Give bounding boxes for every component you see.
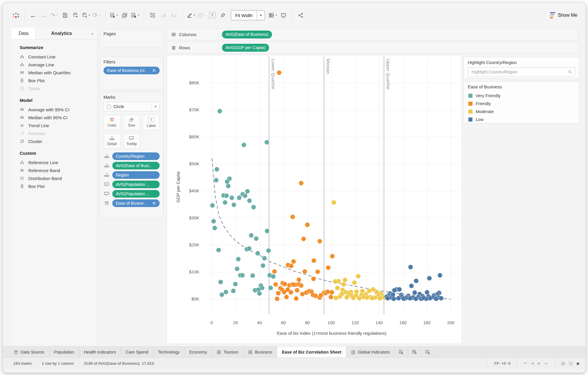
data-point[interactable] [262, 256, 267, 261]
data-point[interactable] [231, 202, 236, 207]
data-point[interactable] [396, 296, 401, 301]
show-cards-button[interactable]: ▼ [268, 9, 278, 21]
rows-shelf[interactable]: Rows AVG(GDP per Capita) [167, 42, 579, 53]
sheet-tab[interactable]: Data Source [9, 347, 49, 358]
share-button[interactable] [296, 9, 306, 21]
data-point[interactable] [247, 198, 252, 203]
mark-pill[interactable]: Ease of Busine.. [112, 199, 160, 207]
data-point[interactable] [413, 296, 418, 301]
mark-pill[interactable]: Region [112, 171, 160, 179]
analytics-item[interactable]: Reference Line [11, 159, 97, 167]
tab-data[interactable]: Data [11, 28, 36, 39]
data-point[interactable] [329, 290, 334, 295]
data-point[interactable] [251, 205, 256, 210]
data-point[interactable] [344, 295, 349, 300]
mark-pill[interactable]: AVG(Population .. [112, 181, 160, 188]
data-point[interactable] [357, 296, 362, 301]
data-point[interactable] [265, 228, 270, 233]
data-point[interactable] [288, 290, 293, 295]
data-point[interactable] [282, 290, 287, 295]
sheet-tab[interactable]: Business [243, 347, 277, 358]
text-label-button[interactable]: T [207, 9, 217, 21]
analytics-item[interactable]: Average with 95% CI [11, 106, 97, 114]
sheet-tab[interactable]: Technology [153, 347, 184, 358]
data-point[interactable] [255, 251, 260, 256]
mark-button-size[interactable]: Size [123, 115, 140, 130]
data-point[interactable] [311, 258, 316, 263]
pause-updates-button[interactable]: ▼ [81, 9, 91, 21]
clear-sheet-button[interactable]: ▼ [130, 9, 140, 21]
data-point[interactable] [390, 292, 395, 297]
columns-pill[interactable]: AVG(Ease of Business) [222, 31, 272, 38]
data-point[interactable] [223, 290, 228, 295]
data-point[interactable] [412, 290, 417, 295]
data-point[interactable] [217, 109, 222, 114]
data-point[interactable] [233, 282, 238, 287]
analytics-item[interactable]: Distribution Band [11, 174, 97, 182]
legend-item[interactable]: Friendly [468, 100, 575, 107]
data-point[interactable] [223, 200, 228, 205]
show-me-button[interactable]: Show Me [550, 12, 577, 19]
sheet-tab[interactable]: Global Indicators [346, 347, 395, 358]
analytics-item[interactable]: Median with 95% CI [11, 114, 97, 122]
data-point[interactable] [401, 296, 406, 301]
data-point[interactable] [315, 269, 320, 274]
data-point[interactable] [434, 296, 439, 301]
mark-button-detail[interactable]: Detail [103, 133, 121, 149]
mark-type-dropdown[interactable]: Circle ▼ [103, 102, 160, 111]
data-point[interactable] [333, 279, 338, 284]
new-worksheet-button[interactable]: ▼ [109, 9, 119, 21]
new-dashboard-button[interactable] [408, 347, 421, 358]
sheet-tab[interactable]: Ease of Biz Correlation Sheet [277, 347, 346, 358]
analytics-item[interactable]: Cluster [11, 137, 97, 145]
data-point[interactable] [294, 296, 299, 301]
data-point[interactable] [302, 269, 307, 274]
refresh-button[interactable]: ⟳▼ [92, 9, 102, 21]
scatter-plot[interactable]: Lower QuartileMedianUpper Quartile [203, 56, 460, 314]
fit-width-dropdown[interactable]: Fit Width▼ [231, 10, 265, 20]
data-point[interactable] [331, 200, 336, 205]
collapse-panel-icon[interactable]: ‹ [87, 28, 97, 39]
data-point[interactable] [408, 265, 413, 270]
data-point[interactable] [352, 280, 357, 285]
last-page-icon[interactable]: ⏭ [545, 361, 548, 365]
analytics-item[interactable]: Constant Line [11, 53, 97, 61]
analytics-item[interactable]: Median with Quartiles [11, 69, 97, 77]
grid-view-icon[interactable]: ▦ [561, 361, 565, 366]
data-point[interactable] [229, 195, 234, 200]
sheet-tab[interactable]: Tourism [212, 347, 243, 358]
columns-shelf[interactable]: Columns AVG(Ease of Business) [167, 28, 579, 40]
mark-button-color[interactable]: Color [103, 115, 121, 130]
mark-pill[interactable]: AVG(Population .. [112, 190, 160, 198]
data-point[interactable] [301, 236, 306, 241]
sheet-tab[interactable]: Population [49, 347, 79, 358]
next-page-icon[interactable]: ▶ [538, 361, 541, 365]
highlight-button[interactable]: ▼ [186, 9, 196, 21]
data-point[interactable] [249, 233, 254, 238]
data-point[interactable] [236, 257, 241, 262]
data-point[interactable] [290, 214, 295, 219]
sheet-tab[interactable]: Economy [185, 347, 212, 358]
tableau-logo-button[interactable] [11, 9, 21, 21]
data-point[interactable] [214, 178, 219, 183]
first-page-icon[interactable]: ⏮ [524, 361, 527, 365]
data-point[interactable] [275, 296, 280, 301]
data-point[interactable] [264, 140, 269, 145]
analytics-item[interactable]: Trend Line [11, 122, 97, 130]
analytics-item[interactable]: Box Plot [11, 77, 97, 85]
analytics-item[interactable]: Average Line [11, 61, 97, 69]
data-point[interactable] [272, 269, 277, 274]
sort-ascending-button[interactable] [158, 9, 168, 21]
analytics-item[interactable]: Reference Band [11, 167, 97, 174]
analytics-item[interactable]: Box Plot [11, 182, 97, 190]
data-point[interactable] [266, 248, 271, 253]
data-point[interactable] [231, 288, 236, 293]
data-point[interactable] [335, 285, 340, 290]
single-view-icon[interactable]: ■ [577, 361, 579, 366]
data-point[interactable] [211, 219, 216, 224]
data-point[interactable] [356, 274, 361, 279]
pages-shelf[interactable]: Pages [100, 28, 163, 48]
chevron-down-icon[interactable]: ▼ [151, 102, 159, 111]
filters-shelf[interactable]: Filters Ease of Business (cl.. [100, 57, 163, 90]
data-point[interactable] [326, 265, 331, 270]
